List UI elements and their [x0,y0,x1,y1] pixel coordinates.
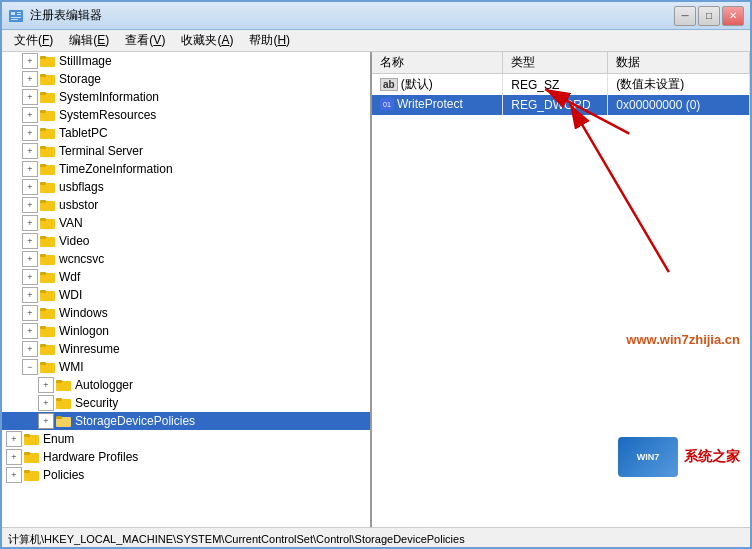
tree-item-tabletpc[interactable]: + TabletPC [2,124,370,142]
tree-label-systeminformation: SystemInformation [59,90,159,104]
folder-icon-storage [40,72,56,86]
tree-item-hardwareprofiles[interactable]: + Hardware Profiles [2,448,370,466]
expander-storage[interactable]: + [22,71,38,87]
expander-stillimage[interactable]: + [22,53,38,69]
folder-icon-wmi [40,360,56,374]
expander-systeminformation[interactable]: + [22,89,38,105]
svg-rect-20 [40,164,46,167]
expander-tabletpc[interactable]: + [22,125,38,141]
expander-hardwareprofiles[interactable]: + [6,449,22,465]
registry-row-writeprotect[interactable]: 01 WriteProtect REG_DWORD 0x00000000 (0) [372,95,750,115]
registry-table: 名称 类型 数据 ab (默认) [372,52,750,115]
svg-rect-46 [56,398,62,401]
app-window: 注册表编辑器 ─ □ ✕ 文件(F) 编辑(E) 查看(V) 收藏夹(A) 帮助… [0,0,752,549]
tree-item-usbflags[interactable]: + usbflags [2,178,370,196]
expander-usbflags[interactable]: + [22,179,38,195]
tree-item-storagedevicepolicies[interactable]: + StorageDevicePolicies [2,412,370,430]
tree-item-enum[interactable]: + Enum [2,430,370,448]
folder-icon-winresume [40,342,56,356]
expander-wdi[interactable]: + [22,287,38,303]
minimize-button[interactable]: ─ [674,6,696,26]
tree-item-policies[interactable]: + Policies [2,466,370,484]
main-content: + StillImage + Storage + [2,52,750,527]
tree-label-video: Video [59,234,89,248]
svg-rect-12 [40,92,46,95]
tree-label-wmi: WMI [59,360,84,374]
expander-wcncsvc[interactable]: + [22,251,38,267]
expander-wmi[interactable]: − [22,359,38,375]
tree-item-wcncsvc[interactable]: + wcncsvc [2,250,370,268]
tree-label-van: VAN [59,216,83,230]
menu-bar: 文件(F) 编辑(E) 查看(V) 收藏夹(A) 帮助(H) [2,30,750,52]
svg-rect-28 [40,236,46,239]
tree-item-storage[interactable]: + Storage [2,70,370,88]
menu-favorites[interactable]: 收藏夹(A) [173,30,241,51]
expander-usbstor[interactable]: + [22,197,38,213]
menu-view[interactable]: 查看(V) [117,30,173,51]
tree-item-usbstor[interactable]: + usbstor [2,196,370,214]
menu-help[interactable]: 帮助(H) [241,30,298,51]
tree-item-winresume[interactable]: + Winresume [2,340,370,358]
folder-icon-storagedevicepolicies [56,414,72,428]
tree-item-wdi[interactable]: + WDI [2,286,370,304]
folder-icon-terminalserver [40,144,56,158]
expander-wdf[interactable]: + [22,269,38,285]
close-button[interactable]: ✕ [722,6,744,26]
tree-item-systeminformation[interactable]: + SystemInformation [2,88,370,106]
menu-edit[interactable]: 编辑(E) [61,30,117,51]
registry-panel[interactable]: 名称 类型 数据 ab (默认) [372,52,750,527]
expander-windows[interactable]: + [22,305,38,321]
expander-security[interactable]: + [38,395,54,411]
tree-item-autologger[interactable]: + Autologger [2,376,370,394]
tree-item-video[interactable]: + Video [2,232,370,250]
expander-timezoneinformation[interactable]: + [22,161,38,177]
tree-label-windows: Windows [59,306,108,320]
tree-item-windows[interactable]: + Windows [2,304,370,322]
expander-terminalserver[interactable]: + [22,143,38,159]
svg-rect-50 [24,434,30,437]
tree-item-security[interactable]: + Security [2,394,370,412]
registry-row-default[interactable]: ab (默认) REG_SZ (数值未设置) [372,74,750,96]
svg-rect-2 [17,12,21,13]
maximize-button[interactable]: □ [698,6,720,26]
tree-label-wdi: WDI [59,288,82,302]
svg-rect-44 [56,380,62,383]
tree-item-wdf[interactable]: + Wdf [2,268,370,286]
expander-systemresources[interactable]: + [22,107,38,123]
expander-van[interactable]: + [22,215,38,231]
svg-rect-18 [40,146,46,149]
reg-data-writeprotect: 0x00000000 (0) [608,95,750,115]
tree-item-van[interactable]: + VAN [2,214,370,232]
expander-winlogon[interactable]: + [22,323,38,339]
expander-winresume[interactable]: + [22,341,38,357]
title-bar-icon [8,8,24,24]
svg-rect-3 [17,14,21,15]
tree-label-tabletpc: TabletPC [59,126,108,140]
tree-label-policies: Policies [43,468,84,482]
expander-autologger[interactable]: + [38,377,54,393]
tree-scroll-wrapper: + StillImage + Storage + [2,52,370,484]
expander-storagedevicepolicies[interactable]: + [38,413,54,429]
svg-rect-40 [40,344,46,347]
expander-enum[interactable]: + [6,431,22,447]
col-header-type: 类型 [503,52,608,74]
tree-label-systemresources: SystemResources [59,108,156,122]
tree-item-stillimage[interactable]: + StillImage [2,52,370,70]
tree-label-autologger: Autologger [75,378,133,392]
svg-rect-1 [11,12,15,15]
expander-video[interactable]: + [22,233,38,249]
tree-label-hardwareprofiles: Hardware Profiles [43,450,138,464]
tree-label-wcncsvc: wcncsvc [59,252,104,266]
tree-item-timezoneinformation[interactable]: + TimeZoneInformation [2,160,370,178]
tree-item-systemresources[interactable]: + SystemResources [2,106,370,124]
folder-icon-van [40,216,56,230]
tree-panel[interactable]: + StillImage + Storage + [2,52,372,527]
expander-policies[interactable]: + [6,467,22,483]
svg-rect-38 [40,326,46,329]
tree-item-wmi[interactable]: − WMI [2,358,370,376]
svg-rect-34 [40,290,46,293]
brand-label: 系统之家 [684,448,740,466]
menu-file[interactable]: 文件(F) [6,30,61,51]
tree-item-winlogon[interactable]: + Winlogon [2,322,370,340]
tree-item-terminalserver[interactable]: + Terminal Server [2,142,370,160]
